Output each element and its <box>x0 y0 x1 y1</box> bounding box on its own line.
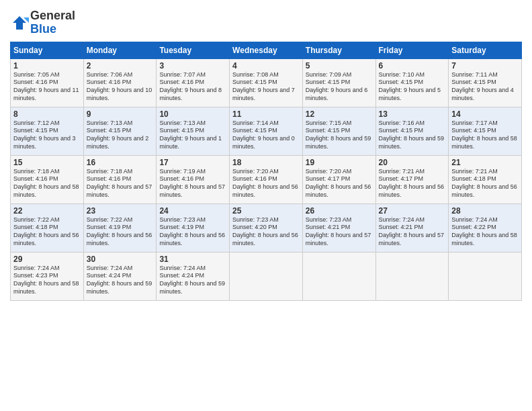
cell-info: Sunrise: 7:17 AMSunset: 4:15 PMDaylight:… <box>451 120 519 151</box>
day-number: 14 <box>451 109 519 119</box>
calendar-cell: 2Sunrise: 7:06 AMSunset: 4:16 PMDaylight… <box>83 58 157 107</box>
calendar-cell: 14Sunrise: 7:17 AMSunset: 4:15 PMDayligh… <box>449 107 522 155</box>
day-number: 30 <box>87 255 154 264</box>
day-number: 19 <box>306 158 373 167</box>
calendar-cell: 15Sunrise: 7:18 AMSunset: 4:16 PMDayligh… <box>11 155 84 203</box>
calendar-cell <box>230 252 303 300</box>
day-number: 9 <box>87 109 154 119</box>
calendar-cell: 31Sunrise: 7:24 AMSunset: 4:24 PMDayligh… <box>157 252 230 300</box>
cell-info: Sunrise: 7:13 AMSunset: 4:15 PMDaylight:… <box>159 120 226 151</box>
cell-info: Sunrise: 7:23 AMSunset: 4:19 PMDaylight:… <box>159 216 226 248</box>
weekday-header: Tuesday <box>157 42 230 58</box>
calendar-cell: 28Sunrise: 7:24 AMSunset: 4:22 PMDayligh… <box>449 203 522 252</box>
calendar-table: SundayMondayTuesdayWednesdayThursdayFrid… <box>10 42 522 301</box>
day-number: 5 <box>306 61 373 71</box>
logo-text: General Blue <box>30 9 75 36</box>
cell-info: Sunrise: 7:21 AMSunset: 4:17 PMDaylight:… <box>379 168 446 199</box>
day-number: 11 <box>232 109 300 119</box>
cell-info: Sunrise: 7:09 AMSunset: 4:15 PMDaylight:… <box>306 71 373 103</box>
cell-info: Sunrise: 7:13 AMSunset: 4:15 PMDaylight:… <box>87 120 154 151</box>
day-number: 18 <box>232 158 300 167</box>
day-number: 24 <box>159 206 226 216</box>
calendar-cell: 18Sunrise: 7:20 AMSunset: 4:16 PMDayligh… <box>230 155 303 203</box>
calendar-cell <box>449 252 522 300</box>
cell-info: Sunrise: 7:10 AMSunset: 4:15 PMDaylight:… <box>379 71 446 103</box>
calendar-cell <box>302 252 375 300</box>
cell-info: Sunrise: 7:24 AMSunset: 4:24 PMDaylight:… <box>159 265 226 296</box>
calendar-cell: 17Sunrise: 7:19 AMSunset: 4:16 PMDayligh… <box>157 155 230 203</box>
calendar-cell: 29Sunrise: 7:24 AMSunset: 4:23 PMDayligh… <box>11 252 84 300</box>
calendar-cell <box>375 252 449 300</box>
cell-info: Sunrise: 7:22 AMSunset: 4:19 PMDaylight:… <box>87 216 154 248</box>
day-number: 15 <box>13 158 81 167</box>
calendar-cell: 5Sunrise: 7:09 AMSunset: 4:15 PMDaylight… <box>302 58 375 107</box>
cell-info: Sunrise: 7:23 AMSunset: 4:20 PMDaylight:… <box>232 216 300 248</box>
day-number: 27 <box>379 206 446 216</box>
calendar-cell: 26Sunrise: 7:23 AMSunset: 4:21 PMDayligh… <box>302 203 375 252</box>
calendar-header: SundayMondayTuesdayWednesdayThursdayFrid… <box>11 42 522 58</box>
day-number: 13 <box>379 109 446 119</box>
day-number: 23 <box>87 206 154 216</box>
calendar-cell: 10Sunrise: 7:13 AMSunset: 4:15 PMDayligh… <box>157 107 230 155</box>
logo-icon <box>10 13 29 32</box>
day-number: 22 <box>13 206 81 216</box>
day-number: 10 <box>159 109 226 119</box>
calendar-cell: 24Sunrise: 7:23 AMSunset: 4:19 PMDayligh… <box>157 203 230 252</box>
cell-info: Sunrise: 7:24 AMSunset: 4:24 PMDaylight:… <box>87 265 154 296</box>
calendar-cell: 6Sunrise: 7:10 AMSunset: 4:15 PMDaylight… <box>375 58 449 107</box>
cell-info: Sunrise: 7:21 AMSunset: 4:18 PMDaylight:… <box>451 168 519 199</box>
calendar-cell: 12Sunrise: 7:15 AMSunset: 4:15 PMDayligh… <box>302 107 375 155</box>
day-number: 21 <box>451 158 519 167</box>
calendar-cell: 30Sunrise: 7:24 AMSunset: 4:24 PMDayligh… <box>83 252 157 300</box>
day-number: 26 <box>306 206 373 216</box>
calendar-cell: 20Sunrise: 7:21 AMSunset: 4:17 PMDayligh… <box>375 155 449 203</box>
day-number: 6 <box>379 61 446 71</box>
cell-info: Sunrise: 7:20 AMSunset: 4:16 PMDaylight:… <box>232 168 300 199</box>
day-number: 7 <box>451 61 519 71</box>
calendar-week-row: 15Sunrise: 7:18 AMSunset: 4:16 PMDayligh… <box>11 155 522 203</box>
day-number: 4 <box>232 61 300 71</box>
calendar-cell: 9Sunrise: 7:13 AMSunset: 4:15 PMDaylight… <box>83 107 157 155</box>
day-number: 31 <box>159 255 226 264</box>
day-number: 17 <box>159 158 226 167</box>
weekday-header: Thursday <box>302 42 375 58</box>
cell-info: Sunrise: 7:15 AMSunset: 4:15 PMDaylight:… <box>306 120 373 151</box>
calendar-week-row: 1Sunrise: 7:05 AMSunset: 4:16 PMDaylight… <box>11 58 522 107</box>
calendar-cell: 16Sunrise: 7:18 AMSunset: 4:16 PMDayligh… <box>83 155 157 203</box>
calendar-cell: 25Sunrise: 7:23 AMSunset: 4:20 PMDayligh… <box>230 203 303 252</box>
day-number: 20 <box>379 158 446 167</box>
cell-info: Sunrise: 7:14 AMSunset: 4:15 PMDaylight:… <box>232 120 300 151</box>
day-number: 12 <box>306 109 373 119</box>
cell-info: Sunrise: 7:11 AMSunset: 4:15 PMDaylight:… <box>451 71 519 103</box>
calendar-cell: 11Sunrise: 7:14 AMSunset: 4:15 PMDayligh… <box>230 107 303 155</box>
day-number: 3 <box>159 61 226 71</box>
cell-info: Sunrise: 7:08 AMSunset: 4:15 PMDaylight:… <box>232 71 300 103</box>
calendar-week-row: 22Sunrise: 7:22 AMSunset: 4:18 PMDayligh… <box>11 203 522 252</box>
calendar-cell: 3Sunrise: 7:07 AMSunset: 4:16 PMDaylight… <box>157 58 230 107</box>
cell-info: Sunrise: 7:19 AMSunset: 4:16 PMDaylight:… <box>159 168 226 199</box>
calendar-cell: 22Sunrise: 7:22 AMSunset: 4:18 PMDayligh… <box>11 203 84 252</box>
cell-info: Sunrise: 7:18 AMSunset: 4:16 PMDaylight:… <box>87 168 154 199</box>
page-container: General Blue SundayMondayTuesdayWednesda… <box>0 0 532 308</box>
day-number: 16 <box>87 158 154 167</box>
cell-info: Sunrise: 7:24 AMSunset: 4:21 PMDaylight:… <box>379 216 446 248</box>
cell-info: Sunrise: 7:23 AMSunset: 4:21 PMDaylight:… <box>306 216 373 248</box>
calendar-cell: 7Sunrise: 7:11 AMSunset: 4:15 PMDaylight… <box>449 58 522 107</box>
cell-info: Sunrise: 7:24 AMSunset: 4:22 PMDaylight:… <box>451 216 519 248</box>
day-number: 2 <box>87 61 154 71</box>
weekday-header: Sunday <box>11 42 84 58</box>
calendar-cell: 13Sunrise: 7:16 AMSunset: 4:15 PMDayligh… <box>375 107 449 155</box>
cell-info: Sunrise: 7:12 AMSunset: 4:15 PMDaylight:… <box>13 120 81 151</box>
calendar-cell: 4Sunrise: 7:08 AMSunset: 4:15 PMDaylight… <box>230 58 303 107</box>
cell-info: Sunrise: 7:16 AMSunset: 4:15 PMDaylight:… <box>379 120 446 151</box>
calendar-cell: 8Sunrise: 7:12 AMSunset: 4:15 PMDaylight… <box>11 107 84 155</box>
cell-info: Sunrise: 7:22 AMSunset: 4:18 PMDaylight:… <box>13 216 81 248</box>
day-number: 29 <box>13 255 81 264</box>
day-number: 28 <box>451 206 519 216</box>
weekday-header: Saturday <box>449 42 522 58</box>
cell-info: Sunrise: 7:18 AMSunset: 4:16 PMDaylight:… <box>13 168 81 199</box>
calendar-week-row: 29Sunrise: 7:24 AMSunset: 4:23 PMDayligh… <box>11 252 522 300</box>
cell-info: Sunrise: 7:06 AMSunset: 4:16 PMDaylight:… <box>87 71 154 103</box>
cell-info: Sunrise: 7:07 AMSunset: 4:16 PMDaylight:… <box>159 71 226 103</box>
calendar-cell: 21Sunrise: 7:21 AMSunset: 4:18 PMDayligh… <box>449 155 522 203</box>
